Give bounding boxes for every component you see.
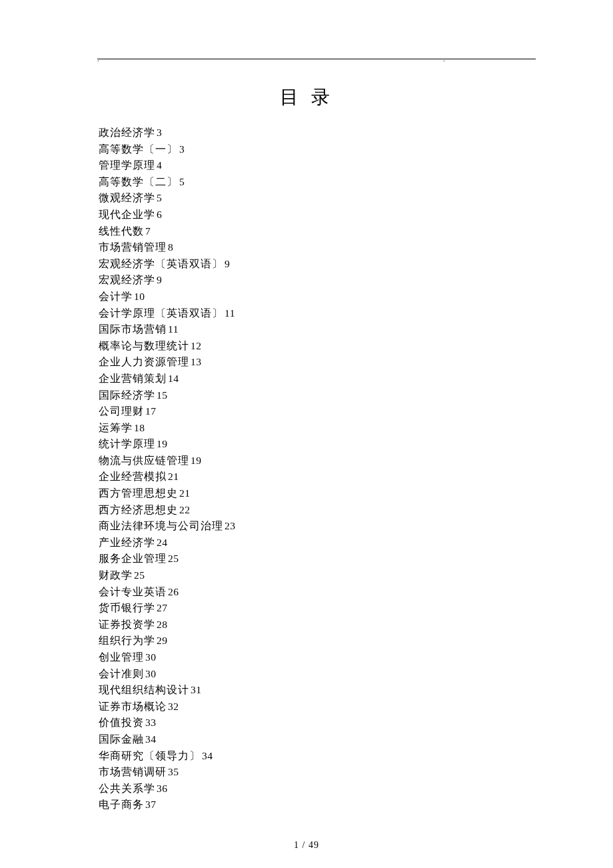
toc-entry-title: 公共关系学	[99, 783, 155, 794]
toc-entry: 公司理财17	[99, 403, 526, 420]
toc-entry-title: 宏观经济学〔英语双语〕	[99, 258, 223, 269]
toc-entry-title: 会计专业英语	[99, 586, 167, 597]
toc-entry-title: 运筹学	[99, 422, 133, 433]
toc-entry-page: 30	[145, 651, 157, 663]
toc-entry-title: 商业法律环境与公司治理	[99, 520, 223, 531]
toc-entry-page: 23	[225, 520, 236, 531]
toc-entry: 企业人力资源管理13	[99, 354, 526, 371]
toc-entry: 企业经营模拟21	[99, 469, 526, 485]
toc-entry: 管理学原理4	[99, 157, 526, 174]
toc-entry-title: 国际市场营销	[99, 323, 167, 335]
toc-entry-page: 34	[202, 750, 213, 761]
toc-entry-page: 8	[168, 241, 173, 253]
toc-entry-page: 26	[168, 586, 179, 597]
toc-entry: 创业管理30	[99, 649, 526, 666]
toc-entry: 价值投资33	[99, 715, 526, 731]
toc-entry-title: 企业经营模拟	[99, 471, 167, 482]
toc-entry: 线性代数7	[99, 223, 526, 240]
toc-entry: 产业经济学24	[99, 535, 526, 551]
toc-entry-page: 32	[168, 701, 179, 712]
toc-entry-page: 3	[157, 127, 162, 138]
toc-entry-title: 政治经济学	[99, 127, 155, 138]
toc-entry-page: 22	[179, 504, 191, 515]
toc-entry-title: 财政学	[99, 569, 133, 581]
toc-entry: 市场营销调研35	[99, 764, 526, 781]
toc-entry: 会计学原理〔英语双语〕11	[99, 305, 526, 322]
toc-entry: 证券市场概论32	[99, 699, 526, 715]
toc-entry-title: 证券市场概论	[99, 701, 167, 712]
toc-entry: 组织行为学29	[99, 633, 526, 649]
toc-entry-title: 企业人力资源管理	[99, 356, 189, 367]
toc-entry-title: 货币银行学	[99, 602, 155, 613]
toc-entry-page: 21	[168, 471, 179, 482]
toc-entry-title: 西方经济思想史	[99, 504, 178, 515]
toc-entry-title: 统计学原理	[99, 438, 155, 449]
toc-entry-title: 服务企业管理	[99, 553, 167, 564]
toc-entry-title: 概率论与数理统计	[99, 340, 189, 351]
toc-entry-page: 9	[225, 258, 230, 269]
toc-entry-title: 线性代数	[99, 225, 144, 237]
toc-entry-page: 28	[157, 619, 168, 630]
toc-entry: 企业营销策划14	[99, 371, 526, 387]
toc-entry: 国际市场营销11	[99, 321, 526, 338]
toc-entry: 统计学原理19	[99, 436, 526, 453]
toc-entry-title: 会计准则	[99, 668, 144, 679]
toc-entry-title: 高等数学〔二〕	[99, 176, 178, 187]
table-of-contents: 政治经济学3高等数学〔一〕3管理学原理4高等数学〔二〕5微观经济学5现代企业学6…	[99, 125, 526, 813]
toc-entry-page: 10	[134, 291, 145, 302]
toc-entry-page: 5	[179, 176, 185, 187]
toc-entry: 政治经济学3	[99, 125, 526, 141]
toc-entry-page: 34	[145, 733, 157, 745]
page-footer: 1 / 49	[0, 840, 613, 851]
toc-entry: 宏观经济学〔英语双语〕9	[99, 256, 526, 273]
toc-entry-title: 微观经济学	[99, 192, 155, 203]
page-title: 目 录	[87, 85, 526, 110]
toc-entry-page: 35	[168, 766, 179, 777]
toc-entry-page: 7	[145, 225, 151, 237]
toc-entry-title: 组织行为学	[99, 635, 155, 646]
toc-entry-page: 6	[157, 209, 162, 220]
toc-entry: 华商研究〔领导力〕34	[99, 748, 526, 765]
toc-entry: 现代企业学6	[99, 207, 526, 223]
toc-entry-title: 电子商务	[99, 799, 144, 810]
toc-entry: 高等数学〔一〕3	[99, 141, 526, 158]
toc-entry-title: 产业经济学	[99, 537, 155, 548]
toc-entry-page: 13	[191, 356, 202, 367]
toc-entry: 国际金融34	[99, 731, 526, 748]
header-mark-right: .	[443, 55, 445, 63]
toc-entry-page: 30	[145, 668, 157, 679]
toc-entry: 运筹学18	[99, 420, 526, 437]
toc-entry-page: 14	[168, 373, 179, 384]
toc-entry-page: 24	[157, 537, 168, 548]
toc-entry-page: 36	[157, 783, 168, 794]
toc-entry-page: 33	[145, 717, 157, 728]
toc-entry-title: 价值投资	[99, 717, 144, 728]
toc-entry-page: 17	[145, 405, 157, 417]
header-rule: . .	[97, 59, 536, 59]
toc-entry-title: 证券投资学	[99, 619, 155, 630]
toc-entry: 公共关系学36	[99, 781, 526, 797]
toc-entry-title: 西方管理思想史	[99, 487, 178, 499]
toc-entry: 物流与供应链管理19	[99, 453, 526, 469]
toc-entry-page: 25	[134, 569, 145, 581]
toc-entry-page: 4	[157, 159, 162, 171]
toc-entry-title: 公司理财	[99, 405, 144, 417]
toc-entry-page: 27	[157, 602, 168, 613]
toc-entry-title: 会计学原理〔英语双语〕	[99, 307, 223, 319]
toc-entry: 服务企业管理25	[99, 551, 526, 567]
toc-entry-title: 现代组织结构设计	[99, 684, 189, 695]
toc-entry: 财政学25	[99, 567, 526, 584]
toc-entry-page: 29	[157, 635, 168, 646]
toc-entry: 市场营销管理8	[99, 239, 526, 256]
toc-entry-page: 37	[145, 799, 157, 810]
header-mark-left: .	[97, 55, 99, 63]
toc-entry: 微观经济学5	[99, 190, 526, 207]
toc-entry: 西方经济思想史22	[99, 502, 526, 519]
toc-entry: 证券投资学28	[99, 617, 526, 633]
toc-entry-title: 国际经济学	[99, 389, 155, 401]
document-page: . . 目 录 政治经济学3高等数学〔一〕3管理学原理4高等数学〔二〕5微观经济…	[0, 0, 613, 868]
toc-entry: 货币银行学27	[99, 600, 526, 617]
toc-entry-page: 19	[191, 455, 202, 466]
toc-entry: 高等数学〔二〕5	[99, 174, 526, 191]
toc-entry-title: 现代企业学	[99, 209, 155, 220]
